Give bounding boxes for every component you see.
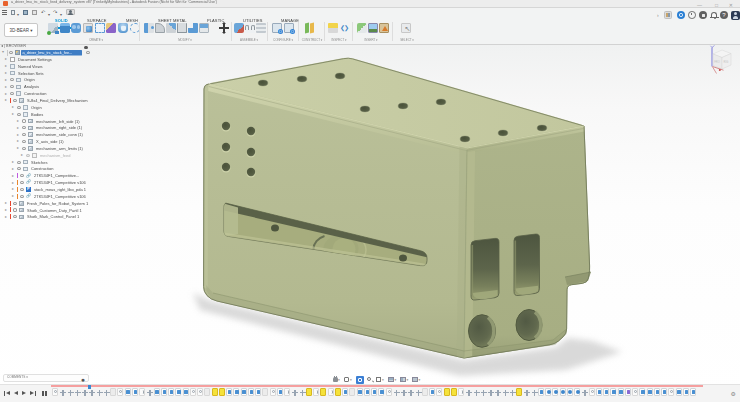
svg-text:FRO: FRO <box>714 60 719 64</box>
svg-text:RIG: RIG <box>724 60 729 64</box>
